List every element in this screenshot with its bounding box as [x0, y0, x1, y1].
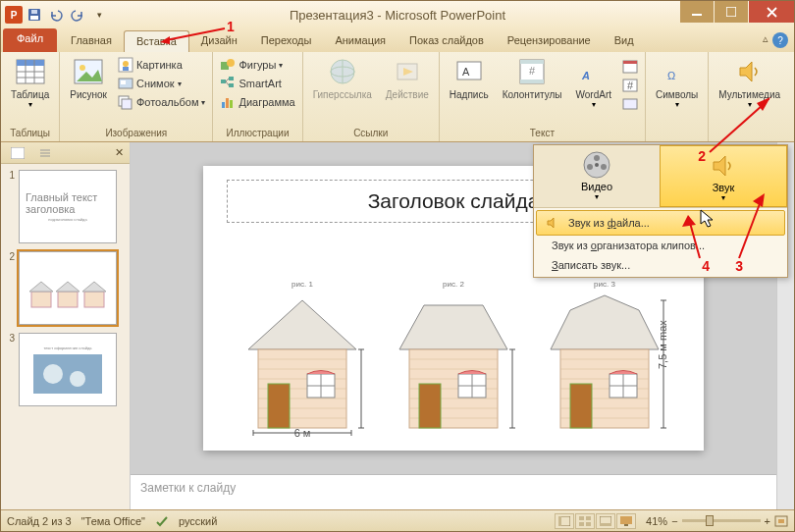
group-illustrations-label: Иллюстрации — [217, 127, 297, 139]
svg-rect-17 — [121, 80, 126, 84]
slide-thumb-2[interactable] — [19, 251, 117, 325]
thumbs-tab-slides[interactable] — [7, 145, 28, 161]
insert-clipart-button[interactable]: Картинка — [115, 56, 209, 74]
zoom-in-button[interactable]: + — [765, 515, 770, 527]
qat-save-button[interactable] — [25, 5, 44, 25]
notes-pane[interactable]: Заметки к слайду — [131, 474, 776, 509]
insert-hyperlink-button[interactable]: Гиперссылка — [307, 54, 378, 102]
record-audio-menuitem[interactable]: Записать звук... — [536, 255, 785, 275]
zoom-fit-button[interactable] — [774, 515, 788, 527]
svg-rect-80 — [419, 384, 441, 428]
status-theme: "Тема Office" — [81, 515, 145, 527]
insert-smartart-button[interactable]: SmartArt — [217, 75, 297, 92]
view-reading-button[interactable] — [596, 513, 615, 529]
slide-thumb-3[interactable]: текст оформления слайда — [19, 333, 117, 406]
speaker-icon — [708, 150, 739, 182]
insert-slidenum-button[interactable]: # — [619, 77, 641, 94]
media-video-button[interactable]: Видео▾ — [534, 145, 660, 207]
screenshot-icon — [118, 76, 133, 91]
tab-file[interactable]: Файл — [3, 28, 57, 52]
svg-point-14 — [123, 61, 129, 67]
action-icon — [392, 56, 423, 87]
view-normal-button[interactable] — [555, 513, 574, 529]
svg-rect-2 — [31, 10, 37, 14]
insert-table-button[interactable]: Таблица▾ — [5, 54, 55, 111]
speaker-small-icon — [545, 215, 560, 231]
insert-chart-button[interactable]: Диаграмма — [217, 93, 297, 111]
svg-rect-106 — [600, 523, 611, 526]
ribbon: Таблица▾ Таблицы Рисунок Картинка Снимок… — [1, 52, 794, 142]
minimize-ribbon-button[interactable]: ▵ — [763, 32, 768, 48]
svg-point-54 — [70, 371, 85, 387]
date-icon — [622, 59, 638, 75]
tab-transitions[interactable]: Переходы — [249, 30, 324, 52]
slide-thumbnails-panel: ✕ 1Главный текст заголовкаподзаголовок с… — [1, 142, 131, 509]
insert-action-button[interactable]: Действие — [380, 54, 435, 102]
svg-text:6 м: 6 м — [294, 427, 311, 438]
slide-thumb-1[interactable]: Главный текст заголовкаподзаголовок слай… — [19, 170, 117, 243]
insert-media-button[interactable]: Мультимедиа▾ — [713, 54, 786, 111]
insert-headerfooter-button[interactable]: # Колонтитулы — [497, 54, 568, 102]
tab-home[interactable]: Главная — [59, 30, 124, 52]
svg-rect-49 — [31, 292, 51, 307]
svg-point-111 — [594, 155, 600, 161]
media-audio-button[interactable]: Звук▾ — [660, 145, 787, 207]
svg-rect-1 — [30, 16, 38, 20]
insert-shapes-button[interactable]: Фигуры ▾ — [217, 56, 297, 74]
status-language[interactable]: русский — [179, 515, 217, 527]
group-media-label — [713, 137, 786, 139]
svg-rect-3 — [692, 14, 702, 16]
view-slideshow-button[interactable] — [616, 513, 636, 529]
svg-rect-35 — [520, 60, 544, 64]
tab-slideshow[interactable]: Показ слайдов — [398, 30, 496, 52]
insert-album-button[interactable]: Фотоальбом ▾ — [115, 93, 209, 111]
media-dropdown-panel: Видео▾ Звук▾ Звук из файла... Звук из ор… — [533, 144, 788, 278]
qat-redo-button[interactable] — [68, 5, 87, 25]
clipart-icon — [118, 57, 133, 73]
headerfooter-icon: # — [516, 56, 548, 87]
album-icon — [118, 94, 133, 110]
tab-animations[interactable]: Анимация — [323, 30, 398, 52]
spellcheck-icon[interactable] — [155, 514, 169, 528]
insert-picture-button[interactable]: Рисунок — [64, 54, 113, 102]
view-sorter-button[interactable] — [575, 513, 595, 529]
insert-wordart-button[interactable]: A WordArt▾ — [570, 54, 618, 111]
insert-textbox-button[interactable]: A Надпись — [444, 54, 495, 102]
qat-undo-button[interactable] — [46, 5, 66, 25]
insert-object-button[interactable] — [619, 95, 641, 113]
house-image-3: рис. 3 7,5 м max — [541, 280, 668, 437]
insert-screenshot-button[interactable]: Снимок ▾ — [115, 75, 209, 92]
house-image-2: рис. 2 — [390, 280, 517, 437]
zoom-level[interactable]: 41% — [646, 515, 667, 527]
tab-design[interactable]: Дизайн — [189, 30, 249, 52]
close-button[interactable] — [749, 1, 794, 23]
tab-review[interactable]: Рецензирование — [496, 30, 603, 52]
table-icon — [15, 56, 46, 87]
insert-symbols-button[interactable]: Ω Символы▾ — [650, 54, 704, 111]
svg-rect-15 — [123, 67, 129, 71]
chart-icon — [220, 94, 236, 110]
thumbs-tab-outline[interactable] — [34, 145, 56, 161]
svg-rect-102 — [586, 516, 591, 520]
svg-text:#: # — [627, 80, 634, 91]
svg-rect-36 — [520, 80, 544, 83]
tab-view[interactable]: Вид — [603, 30, 646, 52]
maximize-button[interactable] — [715, 1, 748, 23]
qat-customize-button[interactable]: ▾ — [89, 5, 109, 25]
audio-from-organizer-menuitem[interactable]: Звук из организатора клипов... — [536, 236, 785, 255]
audio-from-file-menuitem[interactable]: Звук из файла... — [536, 210, 785, 236]
zoom-slider[interactable] — [682, 519, 761, 522]
insert-date-button[interactable] — [619, 58, 641, 76]
svg-rect-19 — [122, 99, 132, 109]
zoom-out-button[interactable]: − — [671, 515, 677, 527]
help-button[interactable]: ? — [772, 32, 788, 48]
minimize-button[interactable] — [680, 1, 714, 23]
svg-rect-45 — [11, 147, 25, 159]
symbol-icon: Ω — [662, 56, 693, 87]
thumbs-close-button[interactable]: ✕ — [115, 146, 124, 159]
svg-rect-24 — [229, 83, 234, 87]
svg-point-21 — [227, 59, 235, 67]
svg-text:7,5 м max: 7,5 м max — [657, 320, 668, 369]
group-symbols-label — [650, 137, 704, 139]
tab-insert[interactable]: Вставка — [124, 30, 189, 52]
